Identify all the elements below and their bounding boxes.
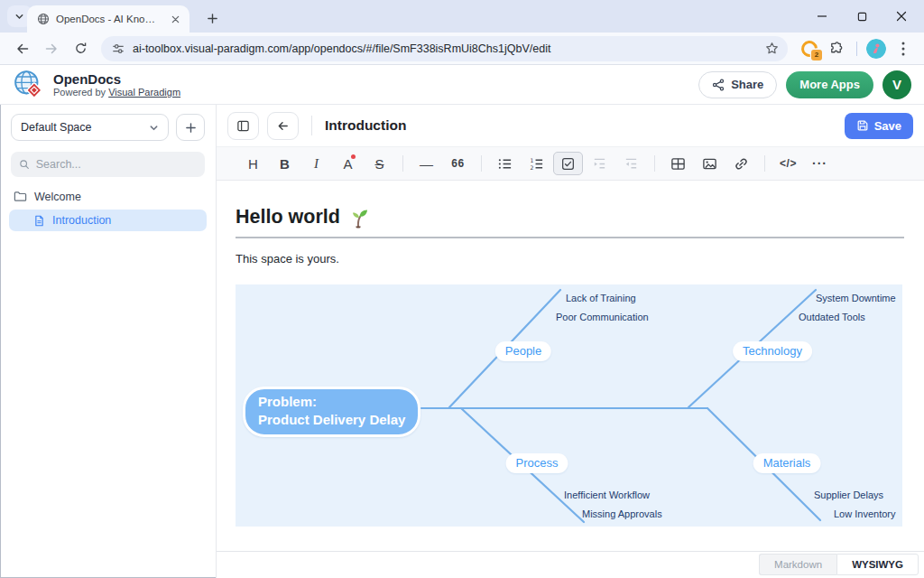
link-icon	[734, 156, 749, 172]
browser-toolbar: ai-toolbox.visual-paradigm.com/app/opend…	[0, 33, 924, 65]
more-apps-button[interactable]: More Apps	[786, 71, 873, 98]
tab-wysiwyg[interactable]: WYSIWYG	[836, 554, 919, 575]
font-color-button[interactable]: A	[333, 152, 363, 175]
back-button[interactable]	[11, 37, 34, 61]
browser-menu-button[interactable]	[892, 37, 915, 61]
profile-avatar-icon	[866, 39, 886, 59]
app-header: OpenDocs Powered by Visual Paradigm Shar…	[0, 65, 924, 105]
globe-favicon-icon	[37, 13, 50, 25]
visual-paradigm-link[interactable]: Visual Paradigm	[108, 87, 180, 98]
chevron-down-icon	[149, 123, 159, 133]
sidebar-item-welcome[interactable]: Welcome	[0, 184, 216, 209]
task-list-button[interactable]	[553, 152, 583, 175]
strikethrough-button[interactable]: S	[365, 152, 394, 175]
editor-toolbar: H B I A S — 66 12 </> ···	[217, 146, 924, 181]
fishbone-diagram[interactable]: Problem: Product Delivery Delay People T…	[236, 284, 902, 527]
checkbox-icon	[561, 157, 575, 171]
doc-label: Introduction	[52, 214, 111, 227]
branch-materials[interactable]: Materials	[753, 453, 821, 473]
extension-g-icon[interactable]: 2	[800, 40, 818, 58]
site-settings-icon	[112, 42, 125, 55]
opendocs-logo-icon	[13, 69, 45, 101]
extensions-button[interactable]	[824, 37, 847, 61]
more-tools-button[interactable]: ···	[805, 152, 835, 175]
tab-markdown[interactable]: Markdown	[759, 554, 836, 575]
reload-button[interactable]	[69, 37, 92, 61]
italic-button[interactable]: I	[301, 152, 331, 175]
profile-avatar[interactable]	[866, 39, 886, 59]
divider	[311, 116, 312, 135]
bookmark-star-icon[interactable]	[765, 42, 779, 55]
svg-text:1: 1	[530, 156, 533, 163]
save-button[interactable]: Save	[845, 113, 913, 139]
divider	[481, 155, 482, 172]
horizontal-rule-button[interactable]: —	[411, 152, 441, 175]
link-button[interactable]	[726, 152, 756, 175]
space-name: Default Space	[21, 121, 92, 134]
blockquote-button[interactable]: 66	[443, 152, 473, 175]
brand: OpenDocs Powered by Visual Paradigm	[13, 69, 180, 101]
arrow-left-icon	[15, 42, 30, 56]
sidebar-item-introduction[interactable]: Introduction	[9, 210, 207, 231]
plus-icon	[207, 13, 218, 24]
sidebar: Default Space Welcome Introduction	[0, 105, 217, 578]
heading-button[interactable]: H	[238, 152, 268, 175]
browser-tab-strip: OpenDocs - AI Knowledge Base	[0, 0, 924, 33]
maximize-icon	[857, 12, 867, 22]
close-window-button[interactable]	[895, 10, 908, 23]
share-button[interactable]: Share	[698, 71, 777, 98]
space-row: Default Space	[11, 114, 205, 141]
divider	[402, 155, 403, 172]
divider	[856, 42, 857, 56]
document-heading: Hello world	[236, 206, 340, 228]
url-bar[interactable]: ai-toolbox.visual-paradigm.com/app/opend…	[101, 36, 788, 61]
seedling-emoji	[348, 207, 368, 228]
divider	[654, 155, 655, 172]
minimize-icon	[817, 11, 827, 22]
main-content: Introduction Save H B I A S — 66 12	[217, 105, 924, 578]
problem-node[interactable]: Problem: Product Delivery Delay	[243, 387, 420, 437]
maximize-button[interactable]	[855, 10, 868, 23]
cause-label: Poor Communication	[556, 312, 649, 322]
branch-technology[interactable]: Technology	[733, 341, 812, 361]
svg-text:2: 2	[530, 164, 533, 171]
new-tab-button[interactable]	[200, 6, 224, 30]
powered-by: Powered by Visual Paradigm	[53, 87, 180, 98]
page-title: Introduction	[325, 117, 406, 134]
tab-title: OpenDocs - AI Knowledge Base	[56, 14, 162, 24]
cause-label: System Downtime	[816, 293, 896, 303]
code-button[interactable]: </>	[773, 152, 803, 175]
tab-close-button[interactable]	[168, 12, 182, 26]
user-avatar[interactable]: V	[882, 70, 911, 99]
minimize-button[interactable]	[816, 10, 828, 23]
branch-people[interactable]: People	[495, 341, 551, 361]
arrow-right-icon	[44, 42, 59, 56]
search-box[interactable]	[11, 152, 205, 177]
chevron-down-icon	[14, 12, 24, 22]
bullet-list-button[interactable]	[490, 152, 520, 175]
browser-tab[interactable]: OpenDocs - AI Knowledge Base	[27, 5, 189, 33]
indent-button[interactable]	[585, 152, 614, 175]
search-input[interactable]	[36, 158, 197, 171]
image-button[interactable]	[695, 152, 725, 175]
ordered-list-button[interactable]: 12	[522, 152, 551, 175]
search-icon	[19, 159, 30, 170]
branch-process[interactable]: Process	[506, 453, 568, 473]
forward-button[interactable]	[40, 37, 63, 61]
divider	[764, 155, 765, 172]
add-space-button[interactable]	[176, 114, 205, 141]
document-area[interactable]: Hello world This space is yours.	[217, 181, 924, 551]
plus-icon	[185, 122, 197, 134]
window-controls	[816, 10, 924, 23]
url-text: ai-toolbox.visual-paradigm.com/app/opend…	[133, 42, 757, 55]
outdent-button[interactable]	[616, 152, 646, 175]
extension-badge: 2	[811, 50, 822, 61]
back-button-doc[interactable]	[267, 112, 299, 140]
folder-label: Welcome	[34, 191, 81, 203]
collapse-sidebar-button[interactable]	[227, 112, 259, 140]
space-selector[interactable]: Default Space	[11, 114, 169, 141]
table-button[interactable]	[663, 152, 693, 175]
browser-window: OpenDocs - AI Knowledge Base ai-toolbox.…	[0, 0, 924, 578]
bold-button[interactable]: B	[270, 152, 300, 175]
panel-left-icon	[236, 119, 250, 133]
